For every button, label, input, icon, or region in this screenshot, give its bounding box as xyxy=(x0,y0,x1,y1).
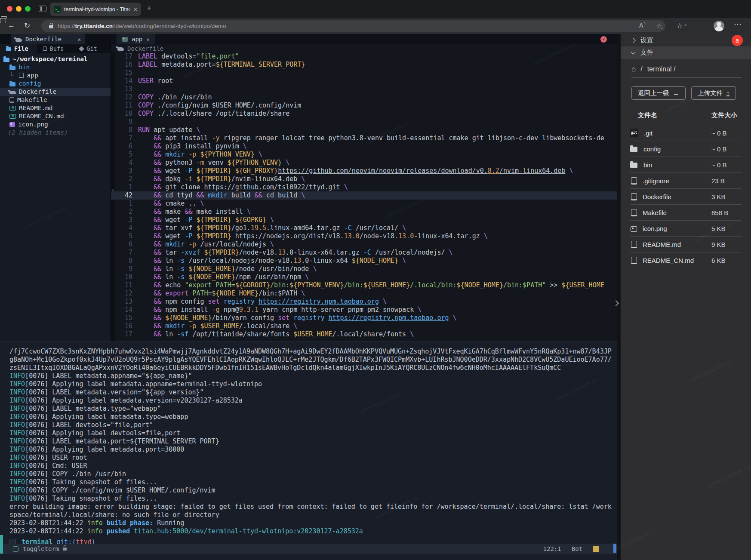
sidebar-tabs: File Bufs Git xyxy=(0,44,111,53)
home-icon[interactable] xyxy=(631,65,636,74)
terminal-line: INFO[0076] Taking snapshot of files... xyxy=(9,495,616,503)
menu-dots-icon[interactable]: ⋯ xyxy=(734,20,742,29)
whale-icon xyxy=(9,91,16,94)
buffer-tab-dockerfile[interactable]: Dockerfile × xyxy=(11,34,85,44)
file-name: bin xyxy=(643,161,652,169)
tree-item-label: config xyxy=(18,80,41,88)
tree-item-app[interactable]: └ app xyxy=(0,71,111,80)
folder-icon xyxy=(9,82,15,86)
buffer-tab-close-icon[interactable]: × xyxy=(77,36,81,43)
tree-item-makefile[interactable]: Makefile xyxy=(0,96,111,104)
terminal-line: INFO[0076] LABEL metadata.port=${TERMINA… xyxy=(9,437,616,446)
line-number: 8 xyxy=(111,126,132,134)
sidebar-buffer-tabrow: Dockerfile × xyxy=(0,34,111,44)
code-line: 11 && echo "export PATH=${GOROOT}/bin:${… xyxy=(111,281,617,289)
upload-file-button[interactable]: 上传文件 ↑ xyxy=(691,86,736,100)
tab-bufs[interactable]: Bufs xyxy=(37,44,74,53)
user-badge[interactable]: a xyxy=(732,35,743,46)
file-icon xyxy=(631,209,637,216)
breadcrumb-path[interactable]: terminal / xyxy=(647,65,676,73)
file-name: .git xyxy=(644,129,653,137)
editor-close-button[interactable]: ✕ xyxy=(600,36,607,43)
code-line: 15 && ${NODE_HOME}/bin/yarn config set r… xyxy=(111,314,617,322)
code-editor[interactable]: app × ✕ Dockerfile 17LABEL devtools="fil… xyxy=(111,34,617,342)
file-size: 5 KB xyxy=(711,225,726,232)
window-zoom-button[interactable] xyxy=(25,6,31,12)
code-line: 14 && npm install -g npm@9.3.1 yarn cnpm… xyxy=(111,306,617,314)
tree-item-label: Dockerfile xyxy=(19,88,56,96)
editor-tab-app[interactable]: app × xyxy=(117,34,155,44)
tree-item-dockerfile[interactable]: Dockerfile xyxy=(0,88,111,96)
browser-sidebar-toggle-icon[interactable] xyxy=(39,6,46,12)
tree-item-bin[interactable]: bin xyxy=(0,63,111,71)
tree-item-label: (2 hidden items) xyxy=(8,129,68,137)
reload-icon[interactable]: ↻ xyxy=(24,21,30,30)
file-size: 3 KB xyxy=(711,193,726,200)
tree-item-config[interactable]: config xyxy=(0,80,111,88)
file-row-readme-md[interactable]: README.md9 KB xyxy=(630,236,742,252)
code-line: 2 && make && make install \ xyxy=(111,208,617,216)
file-table: 文件名 文件大小 git.git~ 0 Bconfig~ 0 Bbin~ 0 B… xyxy=(630,111,742,268)
tree-item--2-hidden-items-[interactable]: (2 hidden items) xyxy=(0,129,111,137)
editor-tabbar: app × ✕ xyxy=(111,34,617,44)
image-icon xyxy=(631,226,637,232)
file-row-config[interactable]: config~ 0 B xyxy=(630,141,742,157)
dockerfile-whale-icon xyxy=(117,47,124,51)
editor-tab-close-icon[interactable]: × xyxy=(146,36,150,43)
tree-item-icon-png[interactable]: icon.png xyxy=(0,120,111,129)
terminal-scrollbar[interactable] xyxy=(613,544,616,553)
code-line: 11COPY ./config/nvim $USER_HOME/.config/… xyxy=(111,102,617,110)
address-bar[interactable]: https://try.titanide.cn/ide/web/coding/t… xyxy=(41,20,665,32)
file-row-icon-png[interactable]: icon.png5 KB xyxy=(630,220,742,236)
tree-item-readme-cn-md[interactable]: MREADME_CN.md xyxy=(0,112,111,120)
git-icon xyxy=(79,46,84,52)
dockerfile-whale-icon xyxy=(15,38,22,42)
code-line: 16LABEL metadata.port=${TERMINAL_SERVER_… xyxy=(111,61,617,69)
terminal-line: INFO[0076] LABEL metadata.type="webapp" xyxy=(9,405,616,413)
tab-close-icon[interactable]: × xyxy=(134,6,137,13)
code-area[interactable]: 17LABEL devtools="file,port"16LABEL meta… xyxy=(111,52,617,342)
code-line: 7 && tar -xvzf ${TMPDIR}/node-v18.13.0-l… xyxy=(111,249,617,257)
code-line: 17 && ln -sf /opt/titanide/share/fonts $… xyxy=(111,330,617,338)
browser-tab[interactable]: >_ terminal-ttyd-wlotnipo - TitanI × xyxy=(50,3,141,16)
collections-icon[interactable] xyxy=(0,18,6,23)
terminal-line: INFO[0076] LABEL devtools="file,port" xyxy=(9,421,616,429)
terminal-line: INFO[0076] Applying label devtools=file,… xyxy=(9,429,616,437)
tab-file[interactable]: File xyxy=(0,44,37,53)
file-tree: ~/workspace/terminalbin└ appconfigDocker… xyxy=(0,53,111,137)
url-text[interactable]: https://try.titanide.cn/ide/web/coding/t… xyxy=(58,23,226,29)
md-icon: M xyxy=(9,106,16,111)
profile-avatar[interactable] xyxy=(714,21,724,31)
code-line: 9 && ln -s ${NODE_HOME}/node /usr/bin/no… xyxy=(111,265,617,273)
window-close-button[interactable] xyxy=(7,6,12,12)
section-files[interactable]: 文件 xyxy=(621,46,751,59)
line-number: 4 xyxy=(111,224,132,232)
tree-item-readme-md[interactable]: MREADME.md xyxy=(0,104,111,112)
file-icon xyxy=(631,241,637,248)
add-favorite-icon[interactable]: ☆+ xyxy=(656,22,662,30)
back-icon[interactable]: ← xyxy=(8,21,15,30)
terminal-panel[interactable]: /fj7CcwoCW7ZXBc3snKxZNYHpbh7uhwOvx2lsi4W… xyxy=(0,342,617,560)
code-line: 3 && wget -P ${TMPDIR} ${GH_PROXY}https:… xyxy=(111,167,617,175)
read-aloud-icon[interactable]: A xyxy=(639,22,646,29)
file-row--git[interactable]: git.git~ 0 B xyxy=(630,125,742,141)
code-line: 7 && apt install -y ripgrep ranger lolca… xyxy=(111,134,617,142)
file-row-bin[interactable]: bin~ 0 B xyxy=(630,157,742,172)
code-line: 10COPY ./.local/share /opt/titanide/shar… xyxy=(111,110,617,118)
tree-item--workspace-terminal[interactable]: ~/workspace/terminal xyxy=(0,55,111,63)
url-host: try.titanide.cn xyxy=(75,23,113,29)
file-row-makefile[interactable]: Makefile858 B xyxy=(630,204,742,220)
file-row-readme-cn-md[interactable]: README_CN.md6 KB xyxy=(630,252,742,268)
window-minimize-button[interactable] xyxy=(16,6,22,12)
line-number: 13 xyxy=(111,85,132,93)
file-row--gitignore[interactable]: .gitignore23 B xyxy=(630,172,742,188)
favorites-icon[interactable]: ☆≡ xyxy=(677,22,683,30)
new-tab-button[interactable]: + xyxy=(147,3,151,13)
terminal-favicon-icon: >_ xyxy=(54,6,61,13)
line-number: 16 xyxy=(111,322,132,330)
file-row-dockerfile[interactable]: Dockerfile3 KB xyxy=(630,188,742,204)
go-up-button[interactable]: 返回上一级 xyxy=(631,86,686,100)
tab-git[interactable]: Git xyxy=(74,44,111,53)
terminal-line: INFO[0076] Applying label metadata.port=… xyxy=(9,446,616,454)
file-size: ~ 0 B xyxy=(711,129,726,137)
